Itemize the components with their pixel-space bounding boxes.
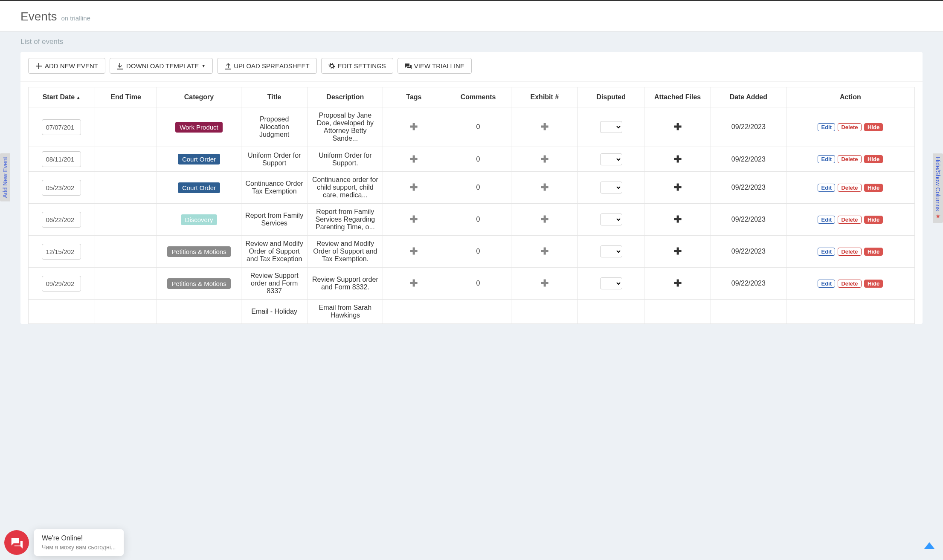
add-exhibit-icon[interactable]: ✚ bbox=[541, 121, 548, 132]
hide-button[interactable]: Hide bbox=[864, 184, 883, 192]
add-tag-icon[interactable]: ✚ bbox=[410, 214, 418, 225]
add-tag-icon[interactable]: ✚ bbox=[410, 278, 418, 289]
col-start-date[interactable]: Start Date bbox=[29, 87, 95, 107]
add-exhibit-icon[interactable]: ✚ bbox=[541, 278, 548, 289]
hide-button[interactable]: Hide bbox=[864, 123, 883, 131]
delete-button[interactable]: Delete bbox=[838, 280, 861, 288]
add-tag-icon[interactable]: ✚ bbox=[410, 182, 418, 193]
col-exhibit[interactable]: Exhibit # bbox=[511, 87, 578, 107]
gear-icon bbox=[328, 63, 335, 69]
add-new-event-label: ADD NEW EVENT bbox=[45, 62, 98, 69]
delete-button[interactable]: Delete bbox=[838, 248, 861, 256]
side-tab-hide-columns[interactable]: Hide/Show Columns ★ bbox=[933, 153, 943, 223]
disputed-select[interactable] bbox=[600, 245, 622, 257]
add-file-icon[interactable]: ✚ bbox=[674, 182, 682, 193]
description-cell: Review and Modify Order of Support and T… bbox=[308, 236, 383, 268]
view-trialline-button[interactable]: VIEW TRIALLINE bbox=[398, 58, 472, 74]
category-badge: Discovery bbox=[181, 214, 218, 225]
add-exhibit-icon[interactable]: ✚ bbox=[541, 182, 548, 193]
title-cell: Email - Holiday bbox=[241, 300, 308, 324]
edit-settings-button[interactable]: EDIT SETTINGS bbox=[321, 58, 393, 74]
end-time-cell bbox=[95, 172, 157, 204]
col-description[interactable]: Description bbox=[308, 87, 383, 107]
start-date-input[interactable] bbox=[42, 119, 81, 135]
view-trialline-label: VIEW TRIALLINE bbox=[414, 62, 464, 69]
add-file-icon[interactable]: ✚ bbox=[674, 278, 682, 289]
title-cell: Report from Family Services bbox=[241, 204, 308, 236]
col-date-added[interactable]: Date Added bbox=[711, 87, 786, 107]
disputed-select[interactable] bbox=[600, 121, 622, 133]
edit-button[interactable]: Edit bbox=[818, 155, 835, 163]
table-row: Petitions & Motions Review Support order… bbox=[29, 268, 915, 300]
table-row: Discovery Report from Family Services Re… bbox=[29, 204, 915, 236]
description-cell: Report from Family Services Regarding Pa… bbox=[308, 204, 383, 236]
title-cell: Uniform Order for Support bbox=[241, 147, 308, 172]
download-template-label: DOWNLOAD TEMPLATE bbox=[126, 62, 199, 69]
end-time-cell bbox=[95, 236, 157, 268]
edit-button[interactable]: Edit bbox=[818, 216, 835, 224]
chat-icon bbox=[405, 63, 412, 69]
disputed-select[interactable] bbox=[600, 182, 622, 193]
events-panel: ADD NEW EVENT DOWNLOAD TEMPLATE ▼ UPLOAD… bbox=[20, 52, 923, 324]
add-exhibit-icon[interactable]: ✚ bbox=[541, 154, 548, 165]
table-row: Petitions & Motions Review and Modify Or… bbox=[29, 236, 915, 268]
add-exhibit-icon[interactable]: ✚ bbox=[541, 214, 548, 225]
category-badge: Court Order bbox=[178, 154, 220, 165]
add-tag-icon[interactable]: ✚ bbox=[410, 121, 418, 132]
disputed-select[interactable] bbox=[600, 214, 622, 225]
hide-button[interactable]: Hide bbox=[864, 248, 883, 256]
delete-button[interactable]: Delete bbox=[838, 184, 861, 192]
hide-button[interactable]: Hide bbox=[864, 155, 883, 163]
edit-button[interactable]: Edit bbox=[818, 184, 835, 192]
col-action[interactable]: Action bbox=[786, 87, 914, 107]
add-file-icon[interactable]: ✚ bbox=[674, 214, 682, 225]
add-file-icon[interactable]: ✚ bbox=[674, 246, 682, 257]
edit-button[interactable]: Edit bbox=[818, 123, 835, 131]
delete-button[interactable]: Delete bbox=[838, 155, 861, 163]
start-date-input[interactable] bbox=[42, 180, 81, 196]
date-added-cell: 09/22/2023 bbox=[711, 204, 786, 236]
disputed-select[interactable] bbox=[600, 277, 622, 289]
edit-button[interactable]: Edit bbox=[818, 280, 835, 288]
col-tags[interactable]: Tags bbox=[383, 87, 445, 107]
plus-icon bbox=[35, 63, 42, 69]
add-new-event-button[interactable]: ADD NEW EVENT bbox=[28, 58, 105, 74]
add-exhibit-icon[interactable]: ✚ bbox=[541, 246, 548, 257]
edit-button[interactable]: Edit bbox=[818, 248, 835, 256]
col-end-time[interactable]: End Time bbox=[95, 87, 157, 107]
upload-spreadsheet-button[interactable]: UPLOAD SPREADSHEET bbox=[217, 58, 317, 74]
end-time-cell bbox=[95, 107, 157, 147]
start-date-input[interactable] bbox=[42, 276, 81, 292]
comments-cell: 0 bbox=[445, 236, 511, 268]
end-time-cell bbox=[95, 300, 157, 324]
download-template-button[interactable]: DOWNLOAD TEMPLATE ▼ bbox=[110, 58, 213, 74]
hide-button[interactable]: Hide bbox=[864, 216, 883, 224]
col-attached[interactable]: Attached Files bbox=[644, 87, 711, 107]
description-cell: Review Support order and Form 8332. bbox=[308, 268, 383, 300]
category-badge: Court Order bbox=[178, 182, 220, 193]
hide-button[interactable]: Hide bbox=[864, 280, 883, 288]
col-title[interactable]: Title bbox=[241, 87, 308, 107]
add-file-icon[interactable]: ✚ bbox=[674, 154, 682, 165]
delete-button[interactable]: Delete bbox=[838, 123, 861, 131]
description-cell: Proposal by Jane Doe, developed by Attor… bbox=[308, 107, 383, 147]
edit-settings-label: EDIT SETTINGS bbox=[338, 62, 386, 69]
add-tag-icon[interactable]: ✚ bbox=[410, 154, 418, 165]
comments-cell: 0 bbox=[445, 107, 511, 147]
disputed-select[interactable] bbox=[600, 153, 622, 165]
table-row: Email - Holiday Email from Sarah Hawking… bbox=[29, 300, 915, 324]
start-date-input[interactable] bbox=[42, 151, 81, 167]
add-file-icon[interactable]: ✚ bbox=[674, 121, 682, 132]
col-comments[interactable]: Comments bbox=[445, 87, 511, 107]
star-icon: ★ bbox=[934, 213, 941, 219]
col-disputed[interactable]: Disputed bbox=[578, 87, 644, 107]
side-tab-hide-columns-label: Hide/Show Columns bbox=[934, 157, 941, 211]
start-date-input[interactable] bbox=[42, 244, 81, 260]
add-tag-icon[interactable]: ✚ bbox=[410, 246, 418, 257]
category-badge: Petitions & Motions bbox=[167, 278, 230, 289]
side-tab-add-event[interactable]: Add New Event bbox=[0, 153, 10, 202]
delete-button[interactable]: Delete bbox=[838, 216, 861, 224]
start-date-input[interactable] bbox=[42, 212, 81, 228]
title-cell: Review Support order and Form 8337 bbox=[241, 268, 308, 300]
col-category[interactable]: Category bbox=[157, 87, 241, 107]
